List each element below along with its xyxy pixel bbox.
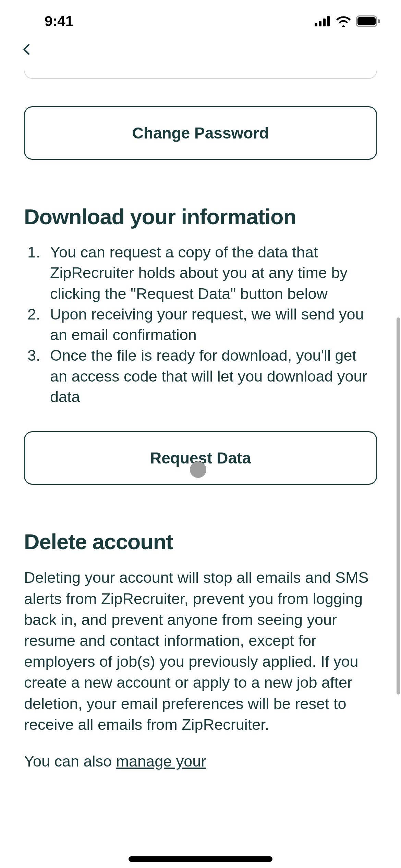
link-prefix-text: You can also	[24, 752, 116, 770]
svg-rect-3	[327, 16, 330, 26]
svg-rect-0	[315, 23, 317, 26]
nav-bar	[0, 41, 401, 71]
change-password-button[interactable]: Change Password	[24, 106, 377, 160]
delete-link-paragraph: You can also manage your	[24, 751, 377, 772]
content-area: Change Password Download your informatio…	[0, 71, 401, 772]
status-time: 9:41	[45, 13, 73, 29]
back-icon[interactable]	[21, 43, 33, 56]
list-item: Once the file is ready for download, you…	[45, 345, 377, 407]
svg-rect-2	[323, 19, 326, 26]
home-indicator[interactable]	[129, 856, 272, 862]
cursor-indicator	[190, 461, 206, 478]
previous-card-bottom	[24, 71, 377, 79]
wifi-icon	[336, 16, 351, 27]
manage-link[interactable]: manage your	[116, 752, 206, 770]
list-item: You can request a copy of the data that …	[45, 242, 377, 304]
scroll-indicator[interactable]	[397, 317, 400, 695]
download-section-title: Download your information	[24, 204, 377, 229]
delete-section-title: Delete account	[24, 529, 377, 554]
svg-rect-1	[319, 21, 321, 26]
cellular-signal-icon	[315, 16, 331, 26]
battery-icon	[356, 15, 380, 27]
list-item: Upon receiving your request, we will sen…	[45, 304, 377, 346]
svg-rect-6	[378, 19, 380, 23]
svg-rect-5	[357, 17, 376, 25]
status-icons	[315, 15, 380, 27]
delete-description: Deleting your account will stop all emai…	[24, 567, 377, 735]
download-instructions-list: You can request a copy of the data that …	[24, 242, 377, 407]
status-bar: 9:41	[0, 0, 401, 41]
